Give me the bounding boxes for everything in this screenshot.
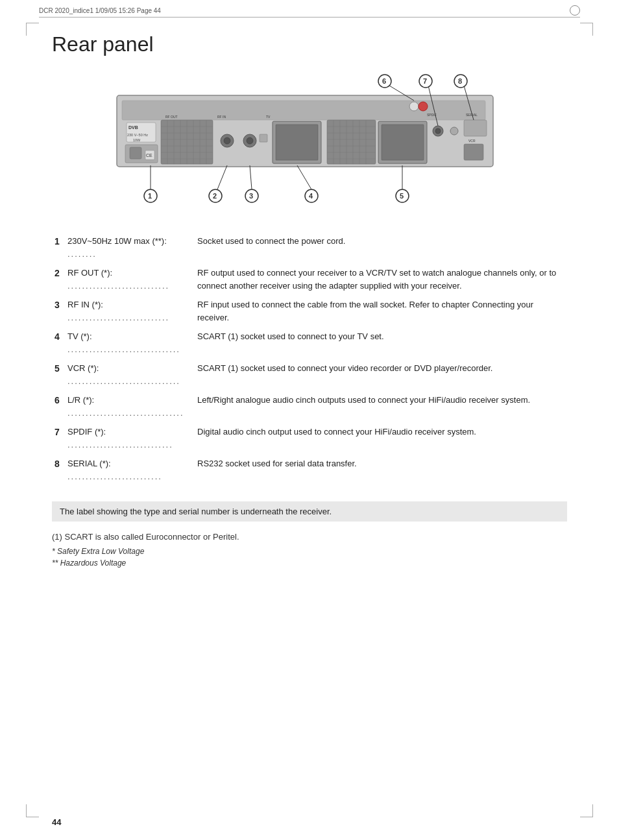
item-label: RF IN (*): ............................ xyxy=(65,295,195,327)
table-row: 6L/R (*): ..............................… xyxy=(52,390,567,422)
item-description: RF output used to connect your receiver … xyxy=(195,263,567,295)
item-description: Left/Right analogue audio cinch outputs … xyxy=(195,390,567,422)
item-label: SPDIF (*): ............................. xyxy=(65,422,195,454)
svg-line-65 xyxy=(250,165,252,189)
item-number: 2 xyxy=(52,263,65,295)
table-row: 8SERIAL (*): ..........................R… xyxy=(52,454,567,486)
table-row: 5VCR (*): ..............................… xyxy=(52,359,567,390)
item-number: 8 xyxy=(52,454,65,486)
corner-mark-tl xyxy=(26,23,39,36)
item-description: SCART (1) socket used to connect to your… xyxy=(195,327,567,359)
item-label: L/R (*): ...............................… xyxy=(65,390,195,422)
svg-text:CE: CE xyxy=(146,153,152,158)
page-header: DCR 2020_indice1 1/09/05 15:26 Page 44 xyxy=(39,5,580,18)
item-label: 230V~50Hz 10W max (**): ........ xyxy=(65,232,195,263)
item-number: 4 xyxy=(52,327,65,359)
item-label: RF OUT (*): ............................ xyxy=(65,263,195,295)
svg-text:4: 4 xyxy=(309,192,313,200)
corner-mark-tr xyxy=(580,23,593,36)
svg-point-51 xyxy=(435,128,441,134)
item-number: 3 xyxy=(52,295,65,327)
rear-panel-diagram: DVB 230 V~50 Hz 10W CE xyxy=(52,69,519,209)
header-text: DCR 2020_indice1 1/09/05 15:26 Page 44 xyxy=(39,7,161,14)
svg-text:TV: TV xyxy=(266,115,271,119)
svg-rect-56 xyxy=(464,144,483,160)
table-row: 1230V~50Hz 10W max (**): ........Socket … xyxy=(52,232,567,263)
footnote-hv: ** Hazardous Voltage xyxy=(52,558,567,568)
table-row: 7SPDIF (*): ............................… xyxy=(52,422,567,454)
svg-text:3: 3 xyxy=(249,192,253,200)
page-content: Rear panel DVB 230 V~50 Hz 10W CE xyxy=(52,32,567,801)
svg-rect-31 xyxy=(260,134,267,142)
svg-rect-7 xyxy=(130,147,141,159)
description-table: 1230V~50Hz 10W max (**): ........Socket … xyxy=(52,232,567,486)
svg-point-57 xyxy=(409,102,419,111)
diagram-container: DVB 230 V~50 Hz 10W CE xyxy=(52,69,567,212)
item-number: 6 xyxy=(52,390,65,422)
item-label: TV (*): ............................... xyxy=(65,327,195,359)
svg-text:8: 8 xyxy=(458,77,462,85)
page-title: Rear panel xyxy=(52,32,567,56)
item-number: 5 xyxy=(52,359,65,390)
svg-text:10W: 10W xyxy=(133,138,141,142)
svg-text:VCR: VCR xyxy=(468,139,476,143)
svg-text:RF OUT: RF OUT xyxy=(165,115,178,119)
svg-text:7: 7 xyxy=(423,77,427,85)
footnote-selv: * Safety Extra Low Voltage xyxy=(52,547,567,556)
svg-text:2: 2 xyxy=(213,192,217,200)
table-row: 2RF OUT (*): ...........................… xyxy=(52,263,567,295)
item-description: Socket used to connect the power cord. xyxy=(195,232,567,263)
item-description: RF input used to connect the cable from … xyxy=(195,295,567,327)
item-description: RS232 socket used for serial data transf… xyxy=(195,454,567,486)
svg-rect-33 xyxy=(276,125,318,160)
svg-rect-48 xyxy=(382,125,424,160)
svg-rect-54 xyxy=(464,120,487,136)
item-label: VCR (*): ............................... xyxy=(65,359,195,390)
item-description: Digital audio cinch output used to conne… xyxy=(195,422,567,454)
note-box: The label showing the type and serial nu… xyxy=(52,501,567,522)
svg-point-30 xyxy=(247,138,253,144)
item-description: SCART (1) socket used to connect your vi… xyxy=(195,359,567,390)
svg-line-68 xyxy=(297,165,311,189)
svg-text:230 V~50 Hz: 230 V~50 Hz xyxy=(127,133,148,137)
item-label: SERIAL (*): .......................... xyxy=(65,454,195,486)
svg-text:DVB: DVB xyxy=(128,125,138,130)
footnote-scart: (1) SCART is also called Euroconnector o… xyxy=(52,532,567,542)
svg-text:6: 6 xyxy=(382,77,386,85)
svg-point-52 xyxy=(450,127,458,135)
corner-mark-bl xyxy=(26,804,39,817)
svg-point-58 xyxy=(419,102,428,111)
svg-point-28 xyxy=(224,138,230,144)
page-number: 44 xyxy=(52,817,61,827)
svg-text:1: 1 xyxy=(148,192,152,200)
table-row: 3RF IN (*): ............................… xyxy=(52,295,567,327)
svg-line-62 xyxy=(217,165,227,189)
corner-mark-br xyxy=(580,804,593,817)
table-row: 4TV (*): ...............................… xyxy=(52,327,567,359)
item-number: 7 xyxy=(52,422,65,454)
item-number: 1 xyxy=(52,232,65,263)
header-circle xyxy=(570,5,580,16)
svg-text:5: 5 xyxy=(400,192,404,200)
svg-text:RF IN: RF IN xyxy=(217,115,226,119)
